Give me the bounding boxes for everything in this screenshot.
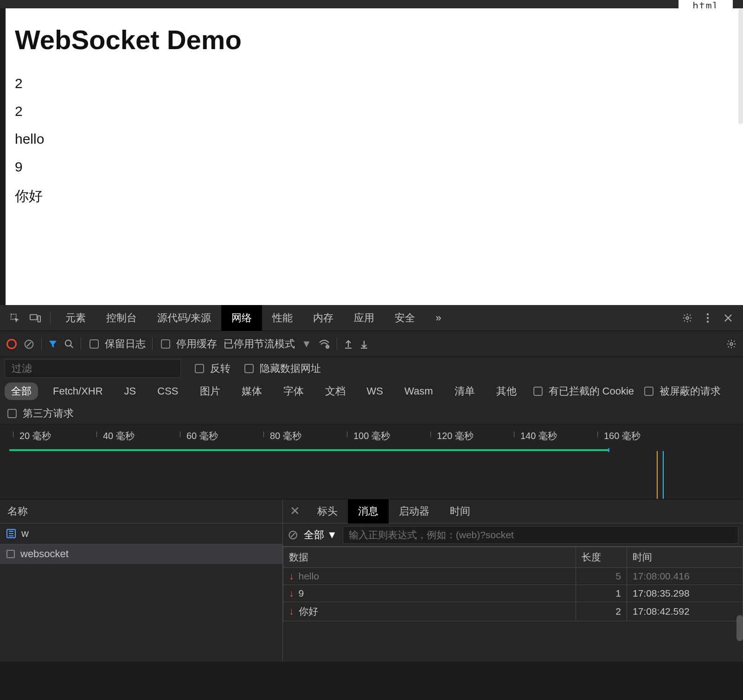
messages-table: 数据 长度 时间 ↓hello 5 17:08:00.416 ↓9 1 17:0… xyxy=(283,547,743,621)
kebab-icon[interactable] xyxy=(698,308,718,328)
message-line: 2 xyxy=(15,76,734,91)
request-row[interactable]: w xyxy=(0,523,282,544)
preserve-log-input[interactable] xyxy=(90,339,99,349)
filter-chip-fetchxhr[interactable]: Fetch/XHR xyxy=(46,383,109,399)
filter-chip-other[interactable]: 其他 xyxy=(490,382,523,400)
disable-cache-input[interactable] xyxy=(161,339,170,349)
divider xyxy=(81,337,81,350)
throttling-label: 已停用节流模式 xyxy=(224,337,295,351)
preserve-log-checkbox[interactable]: 保留日志 xyxy=(88,337,146,351)
request-list: 名称 w websocket xyxy=(0,499,283,662)
filter-chip-manifest[interactable]: 清单 xyxy=(448,382,481,400)
message-line: 2 xyxy=(15,103,734,119)
detail-tab-messages[interactable]: 消息 xyxy=(348,499,389,523)
filter-chip-ws[interactable]: WS xyxy=(360,383,390,399)
page-title: WebSocket Demo xyxy=(15,24,734,55)
tab-security[interactable]: 安全 xyxy=(384,305,425,331)
message-line: 9 xyxy=(15,159,734,175)
detail-tab-initiator[interactable]: 启动器 xyxy=(389,499,440,523)
filter-chip-media[interactable]: 媒体 xyxy=(235,382,269,400)
blocked-requests-checkbox[interactable]: 被屏蔽的请求 xyxy=(642,384,721,398)
svg-point-4 xyxy=(707,313,709,315)
tab-memory[interactable]: 内存 xyxy=(303,305,344,331)
throttling-dropdown-icon[interactable]: ▼ xyxy=(301,338,312,350)
divider xyxy=(41,337,42,350)
preserve-log-label: 保留日志 xyxy=(105,337,146,351)
upload-har-icon[interactable] xyxy=(344,339,353,349)
arrow-down-icon: ↓ xyxy=(289,588,294,598)
timeline-tick: 80 毫秒 xyxy=(250,430,334,448)
tab-network[interactable]: 网络 xyxy=(221,305,262,331)
col-data[interactable]: 数据 xyxy=(283,547,576,568)
detail-tab-timing[interactable]: 时间 xyxy=(440,499,480,523)
tab-elements[interactable]: 元素 xyxy=(55,305,96,331)
filter-chip-all[interactable]: 全部 xyxy=(5,382,38,400)
filter-chip-img[interactable]: 图片 xyxy=(193,382,227,400)
tab-application[interactable]: 应用 xyxy=(344,305,384,331)
filter-chip-css[interactable]: CSS xyxy=(151,383,185,399)
network-filter-bar: 反转 隐藏数据网址 全部 Fetch/XHR JS CSS 图片 媒体 字体 文… xyxy=(0,357,743,425)
search-icon[interactable] xyxy=(64,339,74,349)
message-row[interactable]: ↓9 1 17:08:35.298 xyxy=(283,585,743,602)
messages-subtoolbar: ⊘ 全部 ▼ xyxy=(283,523,743,547)
third-party-checkbox[interactable]: 第三方请求 xyxy=(6,407,74,420)
tab-performance[interactable]: 性能 xyxy=(262,305,303,331)
detail-tab-headers[interactable]: 标头 xyxy=(307,499,348,523)
invert-checkbox[interactable]: 反转 xyxy=(193,362,231,375)
timeline-tick: 100 毫秒 xyxy=(334,430,417,448)
filter-chip-font[interactable]: 字体 xyxy=(277,382,310,400)
network-conditions-icon[interactable] xyxy=(318,339,330,349)
message-line: hello xyxy=(15,131,734,147)
blocked-cookies-checkbox[interactable]: 有已拦截的 Cookie xyxy=(532,384,634,398)
network-split: 名称 w websocket ✕ 标头 消息 启动器 时间 ⊘ 全部 xyxy=(0,499,743,662)
disable-cache-checkbox[interactable]: 停用缓存 xyxy=(159,337,217,351)
arrow-down-icon: ↓ xyxy=(289,571,294,581)
filter-input[interactable] xyxy=(5,359,181,378)
device-toggle-icon[interactable] xyxy=(25,308,45,328)
chevron-down-icon: ▼ xyxy=(327,529,337,541)
request-row[interactable]: websocket xyxy=(0,544,282,564)
divider xyxy=(152,337,153,350)
record-button[interactable] xyxy=(6,339,17,349)
network-toolbar: ⊘ 保留日志 停用缓存 已停用节流模式 ▼ xyxy=(0,331,743,357)
tabs-overflow[interactable]: » xyxy=(425,305,451,331)
arrow-down-icon: ↓ xyxy=(289,606,294,617)
clear-icon[interactable]: ⊘ xyxy=(23,336,35,352)
tab-sources[interactable]: 源代码/来源 xyxy=(147,305,221,331)
inspect-icon[interactable] xyxy=(5,308,25,328)
filter-chip-js[interactable]: JS xyxy=(118,383,143,399)
message-row[interactable]: ↓你好 2 17:08:42.592 xyxy=(283,602,743,621)
svg-point-9 xyxy=(730,343,733,345)
col-length[interactable]: 长度 xyxy=(576,547,627,568)
close-detail-icon[interactable]: ✕ xyxy=(283,504,307,518)
detail-tabs: ✕ 标头 消息 启动器 时间 xyxy=(283,499,743,523)
clear-messages-icon[interactable]: ⊘ xyxy=(288,527,298,542)
hide-data-urls-checkbox[interactable]: 隐藏数据网址 xyxy=(243,362,321,375)
settings-icon[interactable] xyxy=(677,308,698,328)
divider xyxy=(337,337,337,350)
network-timeline[interactable]: 20 毫秒 40 毫秒 60 毫秒 80 毫秒 100 毫秒 120 毫秒 14… xyxy=(0,425,743,499)
devtools-tabs: 元素 控制台 源代码/来源 网络 性能 内存 应用 安全 » xyxy=(0,305,743,331)
timeline-tick: 20 毫秒 xyxy=(0,430,83,448)
message-line: 你好 xyxy=(15,187,734,206)
browser-top-bar xyxy=(0,0,743,8)
tab-console[interactable]: 控制台 xyxy=(96,305,147,331)
request-detail-panel: ✕ 标头 消息 启动器 时间 ⊘ 全部 ▼ 数据 长度 时 xyxy=(283,499,743,662)
download-har-icon[interactable] xyxy=(359,339,369,349)
svg-point-3 xyxy=(686,317,689,319)
page-content: WebSocket Demo 2 2 hello 9 你好 xyxy=(6,8,743,305)
close-devtools-icon[interactable] xyxy=(718,308,738,328)
timeline-marker-load xyxy=(663,451,664,499)
network-settings-icon[interactable] xyxy=(726,339,737,349)
filter-chip-wasm[interactable]: Wasm xyxy=(398,383,440,399)
message-row[interactable]: ↓hello 5 17:08:00.416 xyxy=(283,568,743,585)
scrollbar-thumb[interactable] xyxy=(737,615,743,641)
filter-icon[interactable] xyxy=(48,339,58,349)
messages-regex-input[interactable] xyxy=(343,526,738,544)
svg-point-5 xyxy=(707,317,709,318)
col-time[interactable]: 时间 xyxy=(627,547,743,568)
timeline-tick: 120 毫秒 xyxy=(417,430,501,448)
timeline-marker-dom xyxy=(657,451,658,499)
filter-chip-doc[interactable]: 文档 xyxy=(319,382,352,400)
messages-filter-all[interactable]: 全部 ▼ xyxy=(304,528,337,542)
